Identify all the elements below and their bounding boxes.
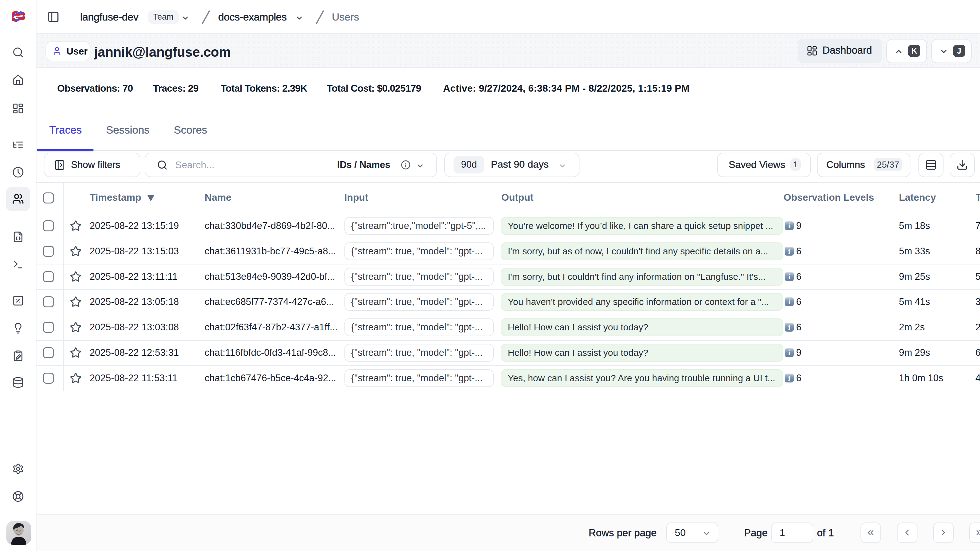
svg-text:i: i (788, 349, 790, 357)
svg-text:i: i (788, 273, 790, 281)
svg-text:i: i (788, 323, 790, 331)
svg-text:i: i (788, 247, 790, 255)
svg-text:i: i (788, 222, 790, 230)
svg-text:i: i (788, 374, 790, 382)
svg-text:i: i (788, 298, 790, 306)
